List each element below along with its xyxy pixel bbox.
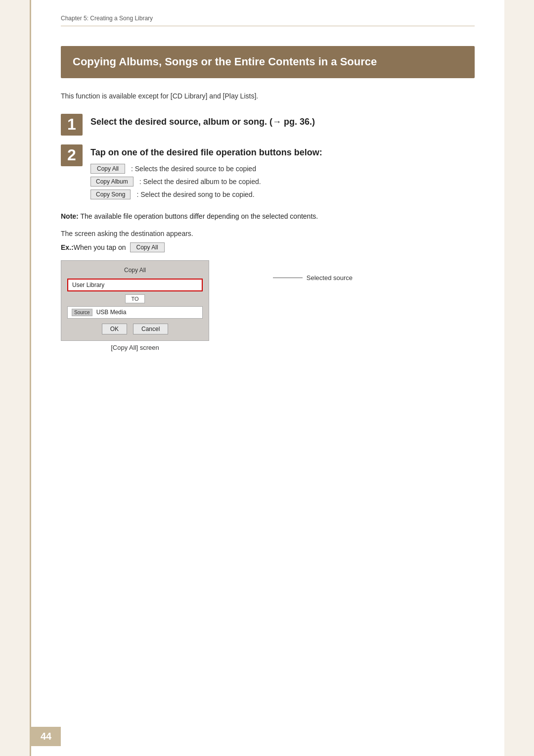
- button-row-copy-song: Copy Song : Select the desired song to b…: [90, 189, 322, 199]
- dialog-user-library: User Library: [67, 279, 203, 291]
- dialog-ok-button[interactable]: OK: [102, 324, 127, 334]
- note-text: The available file operation buttons dif…: [79, 212, 318, 220]
- copy-all-desc: : Selects the desired source to be copie…: [131, 165, 256, 173]
- button-row-copy-all: Copy All : Selects the desired source to…: [90, 164, 322, 174]
- dialog-buttons: OK Cancel: [67, 324, 203, 334]
- annotation-line: [273, 278, 303, 278]
- buttons-section: Copy All : Selects the desired source to…: [90, 164, 322, 199]
- dialog-cancel-button[interactable]: Cancel: [133, 324, 168, 334]
- ex-line: Ex.: When you tap on Copy All: [61, 242, 475, 252]
- step-1-number: 1: [61, 114, 83, 136]
- selected-source-annotation: Selected source: [273, 274, 353, 282]
- chapter-header: Chapter 5: Creating a Song Library: [61, 15, 475, 26]
- section-title: Copying Albums, Songs or the Entire Cont…: [73, 55, 463, 69]
- section-title-box: Copying Albums, Songs or the Entire Cont…: [61, 46, 475, 78]
- source-tag: Source: [72, 309, 92, 316]
- note-bold-prefix: Note:: [61, 212, 79, 220]
- screen-desc: The screen asking the destination appear…: [61, 230, 475, 237]
- button-row-copy-album: Copy Album : Select the desired album to…: [90, 177, 322, 187]
- copy-album-button[interactable]: Copy Album: [90, 177, 134, 187]
- dialog-title: Copy All: [67, 267, 203, 274]
- page-number-box: 44: [31, 727, 61, 746]
- step-2-title: Tap on one of the desired file operation…: [90, 147, 322, 158]
- step-2-number: 2: [61, 144, 83, 166]
- copy-all-button[interactable]: Copy All: [90, 164, 125, 174]
- annotation-text: Selected source: [307, 274, 353, 282]
- ex-copy-all-button[interactable]: Copy All: [130, 242, 165, 252]
- ex-text: When you tap on: [74, 243, 126, 251]
- step-2-content: Tap on one of the desired file operation…: [90, 144, 322, 202]
- step-1-content: Select the desired source, album or song…: [90, 114, 315, 127]
- dialog-caption: [Copy All] screen: [61, 344, 209, 351]
- copy-song-button[interactable]: Copy Song: [90, 189, 131, 199]
- chapter-header-text: Chapter 5: Creating a Song Library: [61, 15, 153, 22]
- copy-song-desc: : Select the desired song to be copied.: [136, 190, 254, 198]
- note-section: Note: The available file operation butto…: [61, 211, 475, 222]
- step-2-container: 2 Tap on one of the desired file operati…: [61, 144, 475, 202]
- source-value: USB Media: [96, 309, 127, 316]
- dialog-box: Copy All User Library TO Source USB Medi…: [61, 260, 209, 341]
- intro-text: This function is available except for [C…: [61, 92, 475, 100]
- step-1-title: Select the desired source, album or song…: [90, 117, 315, 127]
- dialog-to-label: TO: [125, 294, 145, 303]
- ex-bold-prefix: Ex.:: [61, 243, 74, 251]
- page-container: Chapter 5: Creating a Song Library Copyi…: [30, 0, 504, 756]
- dialog-source-row: Source USB Media: [67, 306, 203, 319]
- step-1-container: 1 Select the desired source, album or so…: [61, 114, 475, 136]
- dialog-wrapper: Copy All User Library TO Source USB Medi…: [61, 260, 288, 341]
- copy-album-desc: : Select the desired album to be copied.: [139, 178, 261, 186]
